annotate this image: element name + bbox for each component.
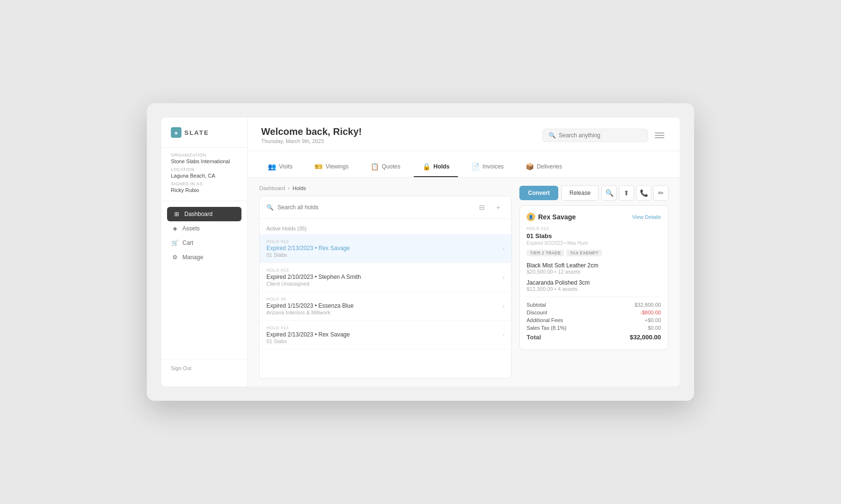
hold-item-12[interactable]: HOLD #12 Expired 2/13/2023 • Rex Savage …: [260, 234, 511, 263]
tag-tier: TIER 2 TRADE: [527, 250, 564, 256]
sidebar-item-assets[interactable]: ◈ Assets: [161, 221, 247, 236]
action-icons: 🔍 ⬆ 📞 ✏: [601, 185, 669, 201]
detail-title-row: 👤 Rex Savage: [527, 213, 576, 221]
fees-value: +$0.00: [645, 317, 661, 323]
detail-header: 👤 Rex Savage View Details: [527, 213, 661, 221]
hold-num-13: HOLD #13: [266, 325, 350, 330]
viewings-icon: 🎫: [314, 163, 323, 170]
hold-product-title: 01 Slabs: [527, 232, 661, 240]
hold-title-6: Expired 1/15/2023 • Essenza Blue: [266, 302, 354, 309]
hold-num-6: HOLD #6: [266, 297, 354, 301]
release-button[interactable]: Release: [561, 185, 599, 201]
summary-tax: Sales Tax (8.1%) $0.00: [527, 325, 661, 331]
chevron-icon-13: ›: [503, 332, 505, 338]
breadcrumb: Dashboard › Holds: [259, 185, 512, 191]
breadcrumb-current: Holds: [293, 185, 306, 191]
tags-row: TIER 2 TRADE TAX EXEMPT: [527, 250, 661, 256]
subtotal-label: Subtotal: [527, 302, 546, 308]
tax-value: $0.00: [648, 325, 661, 331]
hold-item-13[interactable]: HOLD #13 Expired 2/13/2023 • Rex Savage …: [260, 321, 511, 349]
manage-label: Manage: [182, 254, 203, 261]
tabs-row: 👥 Visits 🎫 Viewings 📋 Quotes 🔒 Holds 📄: [248, 151, 680, 178]
hold-item-6[interactable]: HOLD #6 Expired 1/15/2023 • Essenza Blue…: [260, 292, 511, 321]
search-bar[interactable]: 🔍: [542, 129, 648, 142]
hold-subtitle-10: Client Unassigned: [266, 281, 361, 287]
tax-label: Sales Tax (8.1%): [527, 325, 566, 331]
product-name-2: Jacaranda Polished 3cm: [527, 279, 661, 286]
tab-invoices-label: Invoices: [482, 163, 504, 170]
discount-value: -$800.00: [640, 310, 661, 315]
header: Welcome back, Ricky! Thursday, March 9th…: [248, 118, 680, 151]
subtotal-value: $32,800.00: [635, 302, 661, 308]
hold-item-left-10: HOLD #10 Expired 2/10/2023 • Stephen A S…: [266, 268, 361, 287]
total-label: Total: [527, 334, 541, 341]
sidebar-item-cart[interactable]: 🛒 Cart: [161, 236, 247, 250]
search-input[interactable]: [559, 132, 642, 139]
cart-icon: 🛒: [171, 240, 179, 246]
logo-icon: ◈: [171, 127, 181, 138]
product-item-2: Jacaranda Polished 3cm $12,300.00 • 4 as…: [527, 279, 661, 292]
location-label: Location: [171, 167, 238, 172]
hold-item-10[interactable]: HOLD #10 Expired 2/10/2023 • Stephen A S…: [260, 263, 511, 292]
chevron-icon-10: ›: [503, 274, 505, 281]
tab-quotes[interactable]: 📋 Quotes: [362, 159, 409, 177]
phone-action-icon[interactable]: 📞: [636, 185, 651, 201]
hold-expire-text: Expired 3/2/2023 • Max Hunt: [527, 240, 661, 246]
total-value: $32,000.00: [630, 334, 661, 341]
dashboard-label: Dashboard: [184, 211, 213, 217]
sidebar-item-dashboard[interactable]: ⊞ Dashboard: [167, 207, 241, 221]
deliveries-icon: 📦: [526, 163, 534, 170]
logo-area: ◈ SLATE: [161, 127, 247, 147]
hold-title-10: Expired 2/10/2023 • Stephen A Smith: [266, 274, 361, 280]
tab-invoices[interactable]: 📄 Invoices: [463, 159, 512, 177]
tab-visits[interactable]: 👥 Visits: [259, 159, 301, 177]
chevron-icon-6: ›: [503, 303, 505, 310]
product-price-2: $12,300.00 • 4 assets: [527, 286, 661, 292]
hold-subtitle-13: 01 Slabs: [266, 338, 350, 344]
menu-icon[interactable]: [653, 129, 666, 142]
org-value: Stone Slabs International: [171, 158, 238, 164]
summary-total: Total $32,000.00: [527, 334, 661, 341]
header-left: Welcome back, Ricky! Thursday, March 9th…: [261, 126, 362, 144]
welcome-heading: Welcome back, Ricky!: [261, 126, 362, 137]
invoices-icon: 📄: [471, 163, 480, 170]
hold-subtitle-6: Arizona Interiors & Millwork: [266, 310, 354, 315]
sign-out-button[interactable]: Sign Out: [161, 359, 247, 377]
action-bar: Convert Release 🔍 ⬆ 📞 ✏: [519, 185, 668, 201]
summary-discount: Discount -$800.00: [527, 310, 661, 315]
summary-subtotal: Subtotal $32,800.00: [527, 302, 661, 308]
search-action-icon[interactable]: 🔍: [601, 185, 617, 201]
filter-icon[interactable]: ⊟: [476, 201, 488, 214]
tab-quotes-label: Quotes: [382, 163, 400, 170]
breadcrumb-parent: Dashboard: [259, 185, 285, 191]
hold-ref: HOLD #12: [527, 226, 661, 231]
tab-deliveries[interactable]: 📦 Deliveries: [517, 159, 571, 177]
breadcrumb-arrow: ›: [288, 185, 290, 191]
holds-search-bar: 🔍 ⊟ +: [260, 196, 511, 219]
product-price-1: $20,500.00 • 12 assets: [527, 269, 661, 275]
sidebar-item-manage[interactable]: ⚙ Manage: [161, 250, 247, 264]
signed-in-label: Signed in as: [171, 181, 238, 186]
edit-action-icon[interactable]: ✏: [653, 185, 669, 201]
tab-visits-label: Visits: [279, 163, 292, 170]
cart-label: Cart: [182, 240, 193, 246]
share-action-icon[interactable]: ⬆: [619, 185, 634, 201]
tab-viewings[interactable]: 🎫 Viewings: [306, 159, 357, 177]
tab-viewings-label: Viewings: [325, 163, 348, 170]
holds-search-input[interactable]: [277, 204, 472, 211]
hold-item-left-6: HOLD #6 Expired 1/15/2023 • Essenza Blue…: [266, 297, 354, 315]
org-info: Organization Stone Slabs International L…: [161, 147, 247, 201]
left-panel: Dashboard › Holds 🔍 ⊟ +: [259, 185, 512, 379]
add-icon[interactable]: +: [492, 201, 505, 214]
content-area: Dashboard › Holds 🔍 ⊟ +: [248, 178, 680, 386]
view-details-link[interactable]: View Details: [632, 214, 661, 220]
signed-in-value: Ricky Rubio: [171, 187, 238, 193]
convert-button[interactable]: Convert: [519, 186, 558, 200]
tab-holds[interactable]: 🔒 Holds: [414, 159, 458, 177]
location-value: Laguna Beach, CA: [171, 173, 238, 179]
avatar: 👤: [527, 213, 535, 221]
assets-label: Assets: [182, 225, 200, 232]
hold-title-13: Expired 2/13/2023 • Rex Savage: [266, 331, 350, 338]
main-content: Welcome back, Ricky! Thursday, March 9th…: [248, 118, 680, 386]
detail-customer-name: Rex Savage: [538, 213, 576, 221]
